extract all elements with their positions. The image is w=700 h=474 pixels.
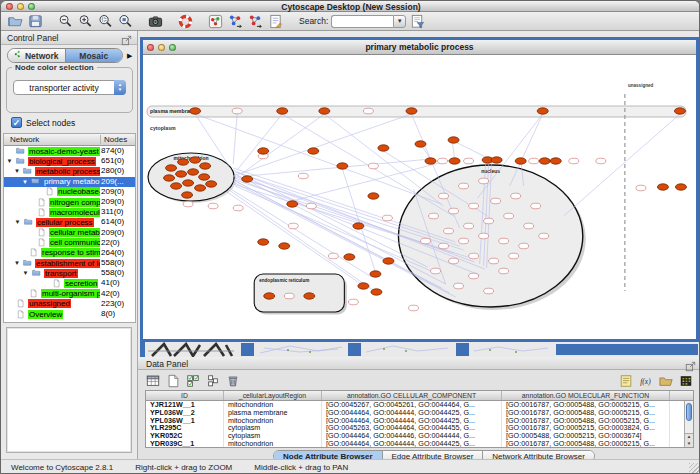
expand-arrow-icon[interactable]: ▼ bbox=[22, 179, 28, 185]
network-layout-a-icon[interactable] bbox=[227, 13, 244, 29]
file-icon bbox=[36, 208, 47, 217]
column-header[interactable]: annotation.GO CELLULAR_COMPONENT bbox=[322, 391, 502, 400]
tree-row-label: cellular metabo bbox=[49, 228, 100, 237]
table-row[interactable]: YLR295Ccytoplasm[GO:0045263, GO:0044464,… bbox=[146, 424, 693, 432]
table-cell: [GO:0016787, GO:0005488, GO:0005215, G..… bbox=[502, 401, 670, 409]
folder-icon bbox=[22, 259, 33, 268]
svg-text:plasma membrane: plasma membrane bbox=[150, 109, 196, 115]
network-canvas[interactable]: plasma membranecytoplasmmitochondrionnuc… bbox=[143, 56, 696, 339]
tree-row-node-count: 280(0) bbox=[101, 166, 136, 176]
table-cell: [GO:0045267, GO:0045261, GO:0044464, G..… bbox=[322, 401, 502, 409]
table-row[interactable]: YDR039C__1mitochondrion[GO:0044464, GO:0… bbox=[146, 440, 693, 448]
save-session-icon[interactable] bbox=[27, 13, 44, 29]
expand-arrow-icon[interactable]: ▼ bbox=[6, 158, 13, 164]
tree-row[interactable]: mosaic-demo-yeast874(0) bbox=[4, 146, 135, 156]
table-scrollbar[interactable]: ▲▼ bbox=[684, 401, 693, 447]
expand-arrow-icon[interactable]: ▼ bbox=[14, 260, 20, 266]
svg-text:f(x): f(x) bbox=[640, 377, 651, 386]
tree-row[interactable]: ▼transport558(0) bbox=[4, 268, 135, 278]
tree-row[interactable]: nitrogen compo209(0) bbox=[4, 197, 135, 207]
vizmapper-icon[interactable] bbox=[207, 13, 224, 29]
tree-row-node-count: 614(0) bbox=[101, 217, 136, 227]
zoom-selected-icon[interactable] bbox=[97, 13, 114, 29]
select-nodes-checkbox[interactable]: ✓ bbox=[11, 117, 22, 128]
scrollbar-arrows[interactable]: ▲▼ bbox=[685, 433, 693, 447]
resize-grip[interactable] bbox=[689, 463, 699, 473]
table-cell: [GO:0044464, GO:0044446, GO:0044444, G..… bbox=[322, 432, 502, 440]
table-row[interactable]: YPL036W__1mitochondrion[GO:0044464, GO:0… bbox=[146, 417, 693, 425]
unselect-attributes-icon[interactable] bbox=[205, 374, 221, 389]
tab-network[interactable]: Network bbox=[8, 49, 65, 62]
file-icon bbox=[15, 299, 26, 308]
color-attribute-value: transporter activity bbox=[14, 83, 114, 93]
status-message: Right-click + drag to ZOOM bbox=[135, 463, 232, 472]
tree-row[interactable]: nucleobase-209(0) bbox=[4, 187, 135, 197]
attribute-table-icon[interactable] bbox=[145, 374, 161, 389]
tab-mosaic[interactable]: Mosaic bbox=[65, 49, 123, 62]
column-header[interactable]: _cellularLayoutRegion bbox=[224, 391, 322, 400]
zoom-fit-icon[interactable] bbox=[117, 13, 134, 29]
open-file-icon[interactable] bbox=[7, 13, 24, 29]
tree-row-node-count: 209(0) bbox=[101, 187, 136, 197]
tree-row[interactable]: ▼cellular process614(0) bbox=[4, 217, 135, 227]
tree-row[interactable]: macromolecule311(0) bbox=[4, 207, 135, 217]
annotation-icon[interactable] bbox=[267, 13, 284, 29]
tree-row[interactable]: response to stimul264(0) bbox=[4, 248, 135, 258]
import-attributes-icon[interactable] bbox=[658, 374, 674, 389]
function-icon[interactable]: f(x) bbox=[638, 374, 654, 389]
tab-overflow-arrow[interactable]: ▶ bbox=[127, 52, 132, 60]
tree-row[interactable]: Overview8(0) bbox=[4, 309, 135, 319]
table-cell: [GO:0016787, GO:0005215, GO:0003824, G..… bbox=[502, 424, 670, 432]
tree-row[interactable]: ▼biological_process651(0) bbox=[4, 156, 135, 166]
expand-arrow-icon[interactable]: ▼ bbox=[14, 168, 20, 174]
tree-row-node-count: 41(0) bbox=[101, 278, 136, 288]
network-layout-b-icon[interactable] bbox=[247, 13, 264, 29]
tree-row-node-count: 209(0) bbox=[101, 197, 136, 207]
select-attributes-icon[interactable] bbox=[185, 374, 201, 389]
new-attribute-icon[interactable] bbox=[165, 374, 181, 389]
tree-row[interactable]: cell communicat22(0) bbox=[4, 238, 135, 248]
attribute-matrix-icon[interactable] bbox=[678, 374, 694, 389]
table-cell: cytoplasm bbox=[224, 432, 322, 440]
table-row[interactable]: YPL036W__2plasma membrane[GO:0044464, GO… bbox=[146, 409, 693, 417]
zoom-out-icon[interactable] bbox=[57, 13, 74, 29]
search-settings-icon[interactable] bbox=[409, 13, 426, 29]
zoom-in-icon[interactable] bbox=[77, 13, 94, 29]
scrollbar-thumb[interactable] bbox=[686, 403, 692, 421]
float-panel-icon[interactable] bbox=[121, 32, 132, 43]
select-nodes-option[interactable]: ✓ Select nodes bbox=[11, 117, 75, 128]
tree-row[interactable]: unassigned223(0) bbox=[4, 299, 135, 309]
table-row[interactable]: YKR052Ccytoplasm[GO:0044464, GO:0044446,… bbox=[146, 432, 693, 440]
tree-row[interactable]: multi-organism pro42(0) bbox=[4, 289, 135, 299]
tree-row[interactable]: ▼primary metabolic209(... bbox=[4, 177, 135, 187]
tree-row-label: Overview bbox=[28, 310, 63, 319]
column-header[interactable]: annotation.GO MOLECULAR_FUNCTION bbox=[502, 391, 670, 400]
search-dropdown-arrow-icon[interactable]: ▼ bbox=[393, 15, 406, 28]
notes-icon[interactable] bbox=[618, 374, 634, 389]
tree-row[interactable]: ▼metabolic process280(0) bbox=[4, 166, 135, 176]
network-tree: Network Nodes mosaic-demo-yeast874(0)▼bi… bbox=[3, 133, 136, 323]
tree-row[interactable]: cellular metabo209(0) bbox=[4, 228, 135, 238]
help-icon[interactable] bbox=[177, 13, 194, 29]
tree-row[interactable]: secretion41(0) bbox=[4, 278, 135, 288]
search-label: Search: bbox=[299, 16, 328, 26]
snapshot-icon[interactable] bbox=[147, 13, 164, 29]
network-window-titlebar[interactable]: primary metabolic process bbox=[143, 40, 696, 55]
tree-row[interactable]: ▼establishment of lo558(0) bbox=[4, 258, 135, 268]
table-cell: [GO:0045263, GO:0044464, GO:0044455, G..… bbox=[322, 424, 502, 432]
column-header[interactable]: ID bbox=[146, 391, 224, 400]
file-icon bbox=[28, 248, 39, 257]
search-input[interactable] bbox=[331, 15, 393, 28]
float-data-panel-icon[interactable] bbox=[685, 358, 696, 369]
status-message: Middle-click + drag to PAN bbox=[254, 463, 348, 472]
delete-attribute-icon[interactable] bbox=[225, 374, 241, 389]
select-stepper-icon[interactable]: ▲▼ bbox=[114, 80, 126, 95]
expand-arrow-icon[interactable]: ▼ bbox=[14, 219, 21, 225]
table-row[interactable]: YJR121W__1mitochondrion[GO:0045267, GO:0… bbox=[146, 401, 693, 409]
window-titlebar[interactable]: Cytoscape Desktop (New Session) bbox=[1, 1, 700, 12]
svg-text:unassigned: unassigned bbox=[628, 83, 654, 88]
control-panel: Control Panel NetworkMosaic ▶ Node color… bbox=[1, 31, 138, 459]
color-attribute-select[interactable]: transporter activity ▲▼ bbox=[13, 80, 126, 95]
svg-text:nucleus: nucleus bbox=[481, 168, 500, 174]
expand-arrow-icon[interactable]: ▼ bbox=[22, 270, 29, 276]
